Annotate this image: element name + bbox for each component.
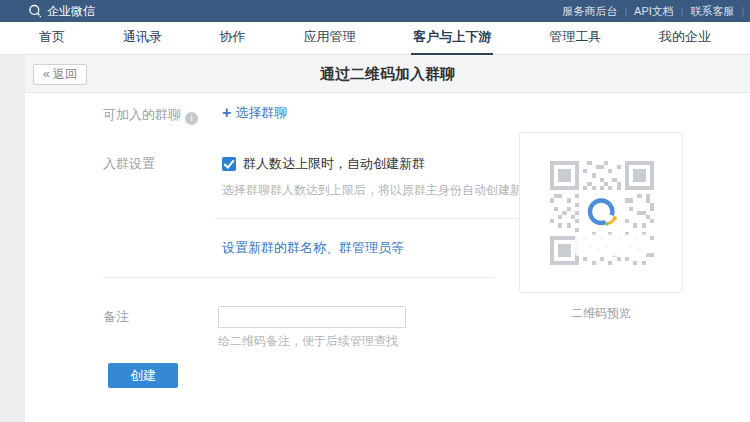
- select-group-link[interactable]: +选择群聊: [222, 105, 287, 121]
- joinable-group-label: 可加入的群聊i: [103, 107, 198, 125]
- divider: [103, 277, 495, 278]
- divider: [215, 218, 535, 219]
- separator: |: [624, 6, 627, 17]
- topbar: 企业微信 服务商后台 | API文档 | 联系客服 |: [0, 0, 750, 22]
- qr-preview-card: [519, 132, 683, 293]
- remark-input[interactable]: [218, 306, 406, 328]
- auto-create-group-option: 群人数达上限时，自动创建新群: [222, 155, 425, 173]
- nav-item-contacts[interactable]: 通讯录: [121, 22, 164, 54]
- remark-helper: 给二维码备注，便于后续管理查找: [218, 334, 398, 349]
- join-settings-label: 入群设置: [103, 156, 155, 172]
- app-logo[interactable]: 企业微信: [28, 3, 95, 20]
- nav-item-home[interactable]: 首页: [37, 22, 67, 54]
- topbar-link-service-provider[interactable]: 服务商后台: [562, 4, 617, 19]
- info-icon[interactable]: i: [185, 112, 198, 125]
- topbar-links: 服务商后台 | API文档 | 联系客服 |: [562, 4, 744, 19]
- nav-item-customers-upstream-downstream[interactable]: 客户与上下游: [411, 22, 493, 54]
- topbar-link-api-docs[interactable]: API文档: [634, 4, 674, 19]
- auto-create-checkbox-label[interactable]: 群人数达上限时，自动创建新群: [243, 155, 425, 173]
- wechat-work-bubble-icon: [28, 4, 42, 18]
- nav-item-my-enterprise[interactable]: 我的企业: [657, 22, 713, 54]
- qr-redaction-blur: [575, 234, 647, 256]
- separator: |: [681, 6, 684, 17]
- auto-create-checkbox[interactable]: [222, 157, 236, 171]
- join-settings-helper: 选择群聊群人数达到上限后，将以原群主身份自动创建新群: [222, 183, 534, 198]
- page-title: 通过二维码加入群聊: [25, 55, 750, 93]
- separator: |: [741, 6, 744, 17]
- content-panel: 可加入的群聊i +选择群聊 入群设置 群人数达上限时，自动创建新群 选择群聊群人…: [25, 93, 750, 422]
- page-header: « 返回 通过二维码加入群聊: [25, 55, 750, 93]
- qr-code-image: [550, 161, 654, 265]
- create-button[interactable]: 创建: [108, 363, 178, 388]
- brand-name: 企业微信: [47, 3, 95, 20]
- topbar-link-contact-support[interactable]: 联系客服: [690, 4, 734, 19]
- qr-preview-caption: 二维码预览: [519, 305, 683, 322]
- nav-item-management-tools[interactable]: 管理工具: [547, 22, 603, 54]
- remark-label: 备注: [103, 309, 129, 325]
- plus-icon: +: [222, 104, 231, 121]
- new-group-settings-link[interactable]: 设置新群的群名称、群管理员等: [222, 240, 404, 256]
- main-nav: 首页 通讯录 协作 应用管理 客户与上下游 管理工具 我的企业: [0, 22, 750, 55]
- qr-center-logo-icon: [584, 195, 621, 232]
- nav-item-app-management[interactable]: 应用管理: [301, 22, 357, 54]
- nav-item-collaboration[interactable]: 协作: [218, 22, 248, 54]
